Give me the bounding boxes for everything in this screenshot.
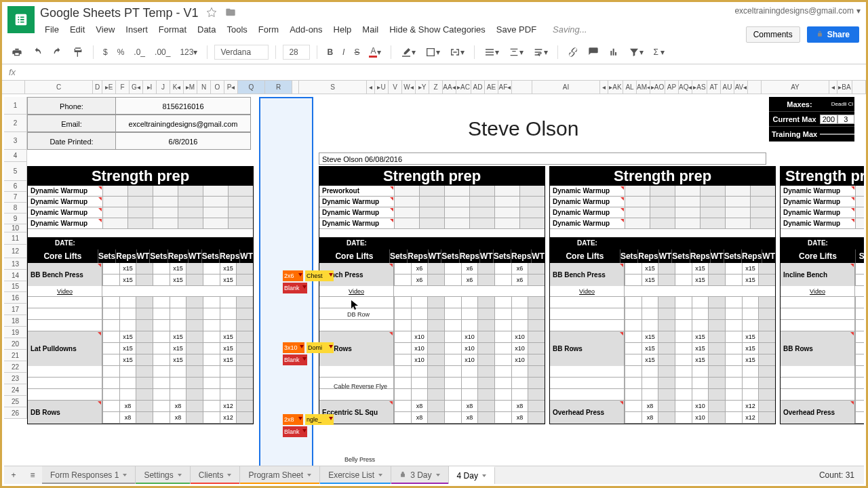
sheet-tab-program-sheet[interactable]: Program Sheet	[240, 466, 320, 484]
font-select[interactable]: Verdana	[214, 45, 269, 60]
row-headers[interactable]: 1234567891011121314151617181920212223242…	[4, 97, 27, 419]
chart-button[interactable]	[606, 45, 622, 59]
validation-chip[interactable]: 2x8	[283, 414, 303, 425]
doc-title[interactable]: Google Sheets PT Temp - V1	[40, 6, 198, 20]
menu-tools[interactable]: Tools	[222, 23, 252, 36]
fx-label: fx	[2, 67, 22, 77]
functions-button[interactable]: Σ ▾	[650, 46, 667, 58]
menu-help[interactable]: Help	[329, 23, 357, 36]
all-sheets-button[interactable]: ≡	[23, 467, 42, 483]
lift-name: Incline Bench	[781, 263, 855, 286]
user-email[interactable]: exceltrainingdesigns@gmail.com ▾	[734, 6, 861, 16]
lift-name: BB Bench Press	[28, 263, 102, 286]
menu-format[interactable]: Format	[154, 23, 191, 36]
email-label: Email:	[28, 115, 116, 131]
link-button[interactable]	[565, 45, 581, 59]
sheet-tab-bar: + ≡ Form Responses 1SettingsClientsProgr…	[4, 466, 864, 484]
menu-hide-show-categories[interactable]: Hide & Show Categories	[384, 23, 490, 36]
share-button[interactable]: Share	[807, 26, 859, 43]
align-button[interactable]: ▾	[481, 45, 502, 59]
increase-decimal-button[interactable]: .00_	[152, 46, 173, 58]
validation-chip[interactable]: Blank	[283, 354, 307, 365]
validation-chip[interactable]: 2x6	[283, 270, 303, 281]
valign-button[interactable]: ▾	[506, 45, 526, 59]
undo-icon[interactable]	[29, 45, 45, 59]
borders-button[interactable]: ▾	[422, 45, 443, 59]
validation-chip[interactable]: Chest	[305, 270, 334, 281]
client-stamp: Steve Olson 06/08/2016	[319, 152, 766, 165]
menu-mail[interactable]: Mail	[357, 23, 383, 36]
sheet-tab-exercise-list[interactable]: Exercise List	[320, 466, 391, 484]
client-name: Steve Olson	[468, 117, 578, 140]
strength-prep-title: Strength prep	[319, 167, 545, 186]
phone-label: Phone:	[28, 98, 116, 114]
selection-box	[259, 97, 313, 466]
sheets-logo[interactable]	[7, 6, 35, 33]
paint-format-icon[interactable]	[70, 45, 86, 59]
menu-save-pdf[interactable]: Save PDF	[492, 23, 541, 36]
saving-status: Saving...	[548, 23, 592, 36]
font-size-select[interactable]: 28	[283, 45, 310, 60]
comments-button[interactable]: Comments	[746, 26, 800, 43]
formula-input[interactable]	[22, 67, 866, 77]
sheet-tab-4-day[interactable]: 4 Day	[449, 466, 495, 484]
menu-insert[interactable]: Insert	[121, 23, 153, 36]
strength-prep-title: Strength prep	[550, 167, 775, 186]
percent-button[interactable]: %	[115, 46, 127, 58]
date-printed-label: Date Printed:	[28, 133, 116, 149]
lift-name: DB Rows	[28, 401, 102, 424]
phone-value: 8156216016	[116, 98, 250, 114]
video-link[interactable]: Video	[319, 286, 394, 296]
status-count: Count: 31	[810, 470, 864, 480]
lift-name: Overhead Press	[781, 401, 855, 424]
currency-button[interactable]: $	[100, 46, 111, 58]
video-link[interactable]: Video	[781, 286, 855, 296]
folder-icon[interactable]	[225, 7, 236, 20]
strike-button[interactable]: S	[351, 46, 362, 58]
redo-icon[interactable]	[50, 45, 66, 59]
merge-button[interactable]: ▾	[447, 45, 467, 59]
validation-chip[interactable]: ngle_	[305, 414, 334, 425]
validation-chip[interactable]: Blank	[283, 283, 307, 293]
column-headers[interactable]: CD▸EFG◂▸IJK◂▸MNOP◂QRS◂▸UVW◂▸YZAA◂▸ACADAE…	[2, 81, 866, 94]
menu-form[interactable]: Form	[254, 23, 283, 36]
sheet-tab-settings[interactable]: Settings	[136, 466, 190, 484]
decrease-decimal-button[interactable]: .0_	[131, 46, 148, 58]
number-format-button[interactable]: 123 ▾	[177, 46, 200, 58]
validation-chip[interactable]: Domi	[307, 342, 334, 353]
wrap-button[interactable]: ▾	[530, 45, 551, 59]
text-color-button[interactable]: A ▾	[366, 45, 384, 59]
date-printed-value: 6/8/2016	[116, 133, 250, 149]
email-value: exceltrainingdesigns@gmail.com	[116, 115, 250, 131]
italic-button[interactable]: I	[340, 46, 347, 58]
menu-view[interactable]: View	[91, 23, 119, 36]
lift-name: BB Rows	[781, 331, 855, 366]
sheet-tab-clients[interactable]: Clients	[191, 466, 241, 484]
comment-icon[interactable]	[585, 45, 601, 59]
sheet-tab-form-responses-1[interactable]: Form Responses 1	[42, 466, 136, 484]
sheet-tab-3-day[interactable]: 3 Day	[391, 466, 448, 484]
fill-color-button[interactable]: ▾	[398, 45, 418, 59]
bold-button[interactable]: B	[324, 46, 336, 58]
add-sheet-button[interactable]: +	[4, 467, 23, 483]
video-link[interactable]: Video	[28, 286, 102, 296]
lift-name: BB Rows	[550, 331, 625, 366]
validation-chip[interactable]: 3x10	[283, 342, 304, 353]
menu-add-ons[interactable]: Add-ons	[285, 23, 327, 36]
strength-prep-title: Strength prep	[28, 167, 253, 186]
menu-edit[interactable]: Edit	[65, 23, 90, 36]
lift-name: BB Bench Press	[550, 263, 625, 286]
print-icon[interactable]	[9, 45, 25, 59]
filter-button[interactable]: ▾	[626, 45, 646, 59]
strength-prep-title: Strength prep	[781, 167, 864, 186]
video-link[interactable]: Video	[550, 286, 625, 296]
validation-chip[interactable]: Blank	[283, 426, 307, 437]
lift-name: Overhead Press	[550, 401, 625, 424]
menu-data[interactable]: Data	[193, 23, 220, 36]
lift-name: Lat Pulldowns	[28, 331, 102, 366]
menu-file[interactable]: File	[40, 23, 64, 36]
star-icon[interactable]	[206, 7, 217, 20]
